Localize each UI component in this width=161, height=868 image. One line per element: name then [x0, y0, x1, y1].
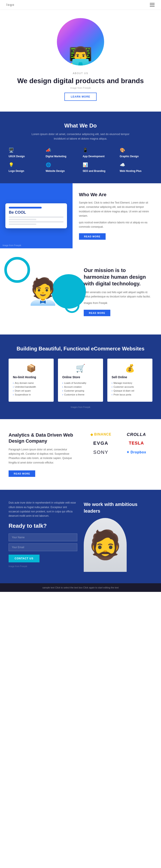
- learn-more-button[interactable]: LEARN MORE: [65, 93, 97, 101]
- mission-left: 🧑‍💼: [9, 261, 77, 321]
- brand-tesla: TESLA: [129, 441, 144, 446]
- ready-email-input[interactable]: [9, 544, 77, 551]
- who-read-more-button[interactable]: READ MORE: [79, 233, 106, 240]
- list-item: Customize a theme: [62, 393, 99, 397]
- crolla-name: CROLLA: [127, 432, 146, 437]
- service-website-design: 🌐 Website Design: [46, 162, 79, 173]
- list-item: Dram vel quam: [13, 389, 49, 393]
- store-card-icon: 🛒: [62, 364, 99, 373]
- dropbox-name: Dropbox: [130, 451, 146, 454]
- list-item: Proin lacus porta: [112, 393, 148, 397]
- ready-person-emoji: 🧔: [88, 529, 123, 561]
- hamburger-button[interactable]: [150, 3, 155, 6]
- who-image-side: Be COOL Image from Freepik: [0, 183, 73, 248]
- mission-circle-big: [4, 257, 30, 283]
- hosting-card-list: Any domain name Unlimited bandwidth Dram…: [13, 381, 49, 397]
- brand-sony: SONY: [93, 450, 109, 455]
- analytics-right: ◆ BINANCE CROLLA EVGA TESLA SONY ✦ Dropb…: [85, 432, 152, 455]
- graphic-design-label: Graphic Design: [120, 155, 153, 158]
- uiux-icon: 🖥️: [9, 148, 41, 153]
- store-card-list: Loads of functionality Account creation …: [62, 381, 99, 397]
- mission-right: Our mission is to harmonize human design…: [84, 267, 152, 316]
- analytics-read-more-button[interactable]: READ MORE: [9, 470, 35, 477]
- dropbox-symbol: ✦: [126, 450, 129, 454]
- binance-name: BINANCE: [94, 433, 111, 436]
- web-hosting-icon: ☁️: [120, 162, 153, 167]
- ready-name-input[interactable]: [9, 533, 77, 541]
- sell-card-list: Manage inventory Customer accounts Quisq…: [112, 381, 148, 397]
- list-item: Loads of functionality: [62, 381, 99, 385]
- service-graphic-design: 🎨 Graphic Design: [120, 148, 153, 158]
- service-web-hosting: ☁️ Web Hosting Plus: [120, 162, 153, 173]
- store-card-title: Online Store: [62, 375, 99, 379]
- analytics-body: Paragraph Lorem ipsum dolor sit amet, co…: [9, 447, 76, 465]
- ready-section: Duis aute irure dolor in reprehenderit i…: [0, 490, 161, 583]
- ecommerce-cards: 📦 No-limit Hosting Any domain name Unlim…: [9, 359, 152, 402]
- app-dev-icon: 📱: [83, 148, 116, 153]
- hero-title: We design digital products and brands: [6, 77, 155, 85]
- sell-card-title: Sell Online: [112, 375, 148, 379]
- mission-circle-small: [65, 298, 79, 313]
- service-digital-marketing: 📣 Digital Marketing: [46, 148, 79, 158]
- analytics-section: Analytics & Data Driven Web Design Compa…: [0, 419, 161, 490]
- ready-form: CONTACT US: [9, 533, 77, 562]
- ecommerce-section: Building Beautiful, Functional eCommerce…: [0, 335, 161, 419]
- footer-text: sample text Click to select the text box…: [42, 586, 119, 589]
- list-item: Manage inventory: [112, 381, 148, 385]
- seo-icon: 📊: [83, 162, 116, 167]
- navbar: logo: [0, 0, 161, 9]
- tesla-name: TESLA: [129, 441, 144, 446]
- list-item: Account creation: [62, 385, 99, 389]
- analytics-title: Analytics & Data Driven Web Design Compa…: [9, 432, 76, 444]
- digital-marketing-icon: 📣: [46, 148, 79, 153]
- ecommerce-title: Building Beautiful, Functional eCommerce…: [9, 345, 152, 352]
- seo-label: SEO and Branding: [83, 169, 116, 173]
- brand-crolla: CROLLA: [127, 432, 146, 437]
- website-design-icon: 🌐: [46, 162, 79, 167]
- logo-design-label: Logo Design: [9, 169, 41, 173]
- who-mockup: Be COOL: [5, 203, 67, 228]
- mockup-line-short: [9, 219, 36, 220]
- hero-circle: 👨‍💻: [57, 18, 104, 65]
- mockup-line: [9, 216, 64, 218]
- ecommerce-card-store: 🛒 Online Store Loads of functionality Ac…: [58, 359, 103, 402]
- digital-marketing-label: Digital Marketing: [46, 155, 79, 158]
- mission-inner: 🧑‍💼 Our mission is to harmonize human de…: [9, 261, 152, 321]
- ready-title: Ready to talk?: [9, 523, 77, 529]
- who-content: Who We Are Sample text. Click to select …: [73, 183, 161, 248]
- mockup-bar: [9, 207, 42, 209]
- brand-evga: EVGA: [93, 440, 109, 446]
- who-title: Who We Are: [79, 192, 155, 197]
- ready-right-title: We work with ambitious leaders: [84, 501, 152, 515]
- graphic-design-icon: 🎨: [120, 148, 153, 153]
- list-item: Any domain name: [13, 381, 49, 385]
- ecommerce-card-sell: 💰 Sell Online Manage inventory Customer …: [107, 359, 152, 402]
- who-image-credit: Image from Freepik: [3, 244, 21, 247]
- evga-name: EVGA: [93, 440, 109, 446]
- hosting-card-icon: 📦: [13, 364, 49, 373]
- footer: sample text Click to select the text box…: [0, 583, 161, 592]
- analytics-left: Analytics & Data Driven Web Design Compa…: [9, 432, 76, 477]
- ecommerce-image-credit: Images from Freepik: [9, 406, 152, 408]
- contact-us-button[interactable]: CONTACT US: [9, 555, 40, 562]
- uiux-label: UI/UX Design: [9, 155, 41, 158]
- binance-symbol: ◆: [90, 433, 93, 437]
- mockup-line-2: [9, 221, 64, 222]
- ready-pre-text: Duis aute irure dolor in reprehenderit i…: [9, 501, 77, 518]
- logo[interactable]: logo: [6, 3, 14, 6]
- mockup-lines: [9, 216, 64, 225]
- sony-name: SONY: [93, 450, 109, 455]
- mission-title: Our mission is to harmonize human design…: [84, 267, 152, 287]
- who-section: Be COOL Image from Freepik Who We Are Sa…: [0, 183, 161, 248]
- service-uiux: 🖥️ UI/UX Design: [9, 148, 41, 158]
- logo-design-icon: 💡: [9, 162, 41, 167]
- ready-right: We work with ambitious leaders 🧔: [84, 501, 152, 572]
- services-grid: 🖥️ UI/UX Design 📣 Digital Marketing 📱 Ap…: [9, 148, 152, 173]
- mission-read-more-button[interactable]: READ MORE: [84, 310, 110, 316]
- who-body2: quis nostrud exercitation ullamco labori…: [79, 220, 155, 229]
- hero-image-credit: Image from Freepik: [6, 87, 155, 89]
- list-item: Suspendisse in: [13, 393, 49, 397]
- service-logo-design: 💡 Logo Design: [9, 162, 41, 173]
- what-we-do-title: What We Do: [9, 122, 152, 129]
- service-seo: 📊 SEO and Branding: [83, 162, 116, 173]
